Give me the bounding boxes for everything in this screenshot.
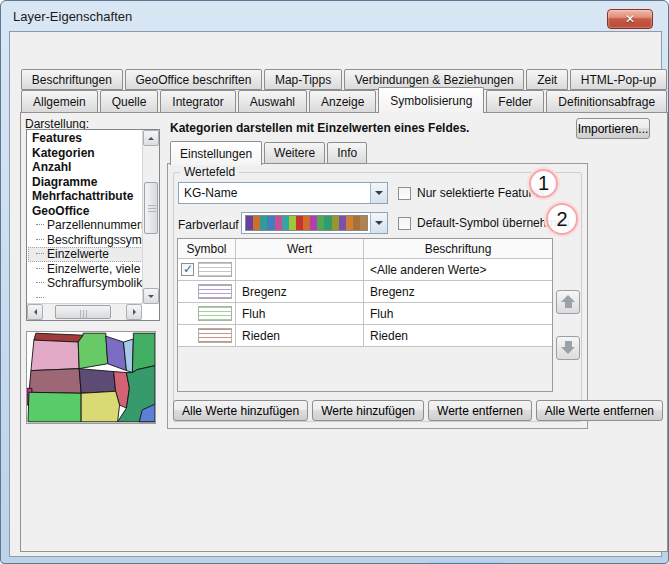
dialog-client-area: BeschriftungenGeoOffice beschriftenMap-T… <box>9 31 662 557</box>
map-region <box>28 392 81 422</box>
map-region <box>81 391 119 422</box>
tab-felder[interactable]: Felder <box>486 90 544 113</box>
sidebar-item-geooffice[interactable]: GeoOffice <box>28 204 143 219</box>
renderer-list: FeaturesKategorienAnzahlDiagrammeMehrfac… <box>28 131 143 304</box>
close-button[interactable]: ✕ <box>607 9 653 29</box>
checkbox-slot <box>181 263 198 276</box>
tab-auswahl[interactable]: Auswahl <box>238 90 307 113</box>
ramp-color <box>353 216 360 230</box>
sidebar-item-einzelwerte[interactable]: Einzelwerte <box>28 247 143 262</box>
ramp-color <box>246 216 253 230</box>
symbol-cell <box>178 281 236 303</box>
table-row[interactable]: BregenzBregenz <box>178 281 552 303</box>
sidebar-item-features[interactable]: Features <box>28 131 143 146</box>
tab-beschriftungen[interactable]: Beschriftungen <box>21 69 123 90</box>
unique-values-table: SymbolWertBeschriftung<Alle anderen Wert… <box>177 238 553 392</box>
callout-2: 2 <box>546 203 578 235</box>
sidebar-item-beschriftungssymbole[interactable]: Beschriftungssymbole <box>28 233 143 248</box>
tab-html-pop-up[interactable]: HTML-Pop-up <box>570 69 667 90</box>
ramp-color <box>324 216 331 230</box>
tab-einstellungen[interactable]: Einstellungen <box>170 141 262 165</box>
symbol-cell <box>178 303 236 325</box>
alle-werte-hinzufügen-button[interactable]: Alle Werte hinzufügen <box>173 400 308 421</box>
tab-weitere[interactable]: Weitere <box>264 142 325 164</box>
werte-hinzufügen-button[interactable]: Werte hinzufügen <box>312 400 424 421</box>
horizontal-scrollbar[interactable] <box>27 303 142 320</box>
map-region <box>106 336 127 370</box>
selected-features-checkbox[interactable] <box>398 187 411 200</box>
ramp-color <box>303 216 310 230</box>
map-region <box>31 340 79 371</box>
table-row[interactable]: <Alle anderen Werte> <box>178 259 552 281</box>
symbol-swatch[interactable] <box>198 328 232 343</box>
renderer-listbox: FeaturesKategorienAnzahlDiagrammeMehrfac… <box>26 129 160 321</box>
tab-geooffice-beschriften[interactable]: GeoOffice beschriften <box>125 69 262 90</box>
horizontal-scroll-thumb[interactable] <box>55 305 111 319</box>
sidebar-item-parzellennummern[interactable]: Parzellennummern <box>28 218 143 233</box>
symbol-cell <box>178 325 236 347</box>
value-buttons-row: Alle Werte hinzufügenWerte hinzufügenWer… <box>173 400 663 421</box>
import-button[interactable]: Importieren... <box>576 118 650 139</box>
sidebar-item-anzahl[interactable]: Anzahl <box>28 160 143 175</box>
tab-zeit[interactable]: Zeit <box>526 69 568 90</box>
sidebar-item-kategorien[interactable]: Kategorien <box>28 146 143 161</box>
value-cell: Bregenz <box>236 281 364 303</box>
ramp-color <box>289 216 296 230</box>
scroll-up-icon[interactable] <box>143 130 159 146</box>
ramp-color <box>253 216 260 230</box>
symbol-cell <box>178 259 236 281</box>
table-row[interactable]: FluhFluh <box>178 303 552 325</box>
value-cell <box>236 259 364 281</box>
table-header-row: SymbolWertBeschriftung <box>178 239 552 259</box>
chevron-down-icon[interactable] <box>370 213 387 233</box>
map-region <box>29 369 81 394</box>
row-checkbox[interactable] <box>181 263 194 276</box>
page-title: Kategorien darstellen mit Einzelwerten e… <box>170 121 565 135</box>
tab-allgemein[interactable]: Allgemein <box>21 90 98 113</box>
tab-info[interactable]: Info <box>327 142 367 164</box>
tab-integrator[interactable]: Integrator <box>160 90 235 113</box>
chevron-down-icon[interactable] <box>370 183 387 203</box>
sidebar-item-schraffursymbolik[interactable]: Schraffursymbolik <box>28 276 143 291</box>
scroll-left-icon[interactable] <box>27 304 43 320</box>
ramp-color <box>282 216 289 230</box>
layer-properties-dialog: Layer-Eigenschaften ✕ BeschriftungenGeoO… <box>0 0 669 564</box>
symbol-swatch[interactable] <box>198 284 232 299</box>
color-ramp-combobox[interactable] <box>241 212 388 234</box>
callout-1-number: 1 <box>538 172 549 195</box>
label-cell: Bregenz <box>364 281 552 303</box>
scroll-down-icon[interactable] <box>143 288 159 304</box>
titlebar[interactable]: Layer-Eigenschaften ✕ <box>1 1 668 31</box>
ramp-color <box>317 216 324 230</box>
callout-1: 1 <box>529 169 558 198</box>
werte-entfernen-button[interactable]: Werte entfernen <box>428 400 532 421</box>
tab-map-tipps[interactable]: Map-Tipps <box>264 69 342 90</box>
move-down-icon[interactable] <box>556 336 580 360</box>
ramp-color <box>260 216 267 230</box>
selected-features-label: Nur selektierte Features <box>417 186 545 200</box>
label-cell: Rieden <box>364 325 552 347</box>
ramp-color <box>339 216 346 230</box>
ramp-color <box>296 216 303 230</box>
vertical-scrollbar[interactable] <box>142 130 159 304</box>
vertical-scroll-thumb[interactable] <box>144 182 158 234</box>
sidebar-item-mehrfachattribute[interactable]: Mehrfachattribute <box>28 189 143 204</box>
tab-quelle[interactable]: Quelle <box>100 90 159 113</box>
symbol-swatch[interactable] <box>198 306 232 321</box>
default-symbol-checkbox[interactable] <box>398 217 411 230</box>
tab-definitionsabfrage[interactable]: Definitionsabfrage <box>546 90 667 113</box>
sidebar-item-einzelwerte-viele[interactable]: Einzelwerte, viele <box>28 262 143 277</box>
sidebar-item-item[interactable] <box>28 291 143 305</box>
move-up-icon[interactable] <box>556 290 580 314</box>
tab-symbolisierung[interactable]: Symbolisierung <box>378 87 484 113</box>
label-cell: Fluh <box>364 303 552 325</box>
symbol-swatch[interactable] <box>198 262 232 277</box>
sidebar-item-diagramme[interactable]: Diagramme <box>28 175 143 190</box>
value-field-combobox[interactable]: KG-Name <box>178 182 388 204</box>
alle-werte-entfernen-button[interactable]: Alle Werte entfernen <box>536 400 663 421</box>
scroll-right-icon[interactable] <box>126 304 142 320</box>
ramp-color <box>332 216 339 230</box>
table-row[interactable]: RiedenRieden <box>178 325 552 347</box>
tab-anzeige[interactable]: Anzeige <box>309 90 376 113</box>
map-preview <box>26 331 156 424</box>
